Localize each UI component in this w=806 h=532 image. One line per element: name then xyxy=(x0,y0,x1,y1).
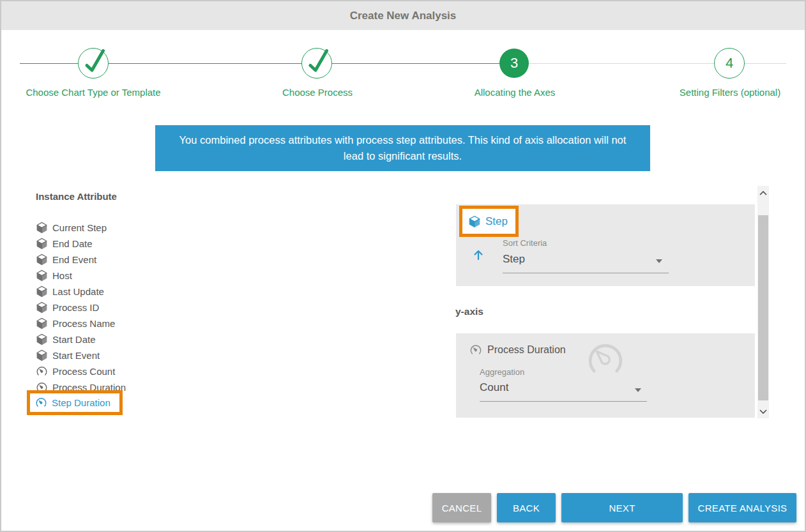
attribute-item-end-date[interactable]: End Date xyxy=(36,236,126,252)
cube-icon xyxy=(36,238,48,250)
y-axis-attribute-label: Process Duration xyxy=(487,344,566,356)
attribute-item-start-date[interactable]: Start Date xyxy=(36,331,126,347)
create-analysis-button[interactable]: CREATE ANALYSIS xyxy=(688,493,796,522)
y-axis-heading: y-axis xyxy=(455,306,483,317)
step-2-circle[interactable] xyxy=(301,48,332,79)
y-axis-attribute-chip[interactable]: Process Duration xyxy=(469,344,566,356)
gauge-icon xyxy=(469,344,482,356)
arrow-up-icon[interactable] xyxy=(471,248,485,262)
x-axis-attribute-label: Step xyxy=(485,215,508,228)
checkmark-icon xyxy=(302,49,333,79)
aggregation-underline xyxy=(480,401,647,402)
attribute-label: Process Count xyxy=(52,366,115,377)
x-axis-attribute-chip-highlighted[interactable]: Step xyxy=(459,206,519,237)
attribute-label: Start Date xyxy=(52,334,96,345)
attribute-label: End Event xyxy=(52,254,96,265)
checkmark-icon xyxy=(79,49,109,79)
cancel-button[interactable]: CANCEL xyxy=(432,493,491,522)
instance-attribute-heading: Instance Attribute xyxy=(36,191,117,202)
chevron-up-icon xyxy=(759,191,767,195)
cube-icon xyxy=(36,301,48,314)
attribute-label: Process ID xyxy=(52,302,99,313)
axes-panel-scrollbar[interactable] xyxy=(757,186,769,418)
cube-icon xyxy=(36,222,48,234)
attribute-item-process-count[interactable]: Process Count xyxy=(36,363,126,379)
step-3-number: 3 xyxy=(510,55,518,72)
chevron-down-icon xyxy=(759,409,767,414)
step-4-label: Setting Filters (optional) xyxy=(680,87,780,98)
step-3-circle[interactable]: 3 xyxy=(499,49,529,78)
cube-icon xyxy=(36,285,48,298)
gauge-icon xyxy=(35,397,47,409)
attribute-item-process-name[interactable]: Process Name xyxy=(36,315,126,331)
cube-icon xyxy=(468,215,481,228)
attribute-item-last-update[interactable]: Last Update xyxy=(36,284,126,300)
attribute-item-host[interactable]: Host xyxy=(36,268,126,284)
step-2-label: Choose Process xyxy=(282,87,353,98)
attribute-label: Current Step xyxy=(52,222,107,233)
attribute-list: Current Step End Date End Event Host Las… xyxy=(36,220,126,395)
step-4-circle[interactable]: 4 xyxy=(714,48,745,79)
step-1-label: Choose Chart Type or Template xyxy=(26,87,160,98)
sort-criteria-value[interactable]: Step xyxy=(503,253,525,266)
attribute-label: Last Update xyxy=(52,286,104,297)
sort-criteria-underline xyxy=(503,273,669,273)
attribute-label: Start Event xyxy=(52,350,100,361)
attribute-label: Step Duration xyxy=(52,397,110,408)
stepper-line-upcoming xyxy=(515,63,786,64)
scroll-up-button[interactable] xyxy=(757,187,769,199)
warning-banner: You combined process attributes with pro… xyxy=(155,125,650,171)
attribute-item-current-step[interactable]: Current Step xyxy=(36,220,126,236)
cube-icon xyxy=(36,333,48,346)
cube-icon xyxy=(36,317,48,330)
warning-banner-text: You combined process attributes with pro… xyxy=(174,132,631,164)
step-4-number: 4 xyxy=(726,55,733,72)
aggregation-value[interactable]: Count xyxy=(480,381,508,394)
create-analysis-dialog: Create New Analysis 3 4 Choose Chart Typ… xyxy=(0,0,806,532)
cube-icon xyxy=(36,254,48,266)
attribute-item-step-duration-highlighted[interactable]: Step Duration xyxy=(27,390,123,415)
cube-icon xyxy=(36,349,48,361)
step-3-label: Allocating the Axes xyxy=(475,87,556,98)
sort-criteria-label: Sort Criteria xyxy=(503,238,547,248)
attribute-label: End Date xyxy=(52,238,93,249)
step-1-circle[interactable] xyxy=(78,48,109,79)
scrollbar-thumb[interactable] xyxy=(758,215,768,400)
next-button[interactable]: NEXT xyxy=(561,493,683,522)
attribute-item-end-event[interactable]: End Event xyxy=(36,252,126,268)
cube-icon xyxy=(36,270,48,282)
scroll-down-button[interactable] xyxy=(757,406,769,417)
attribute-label: Host xyxy=(52,270,72,281)
dialog-titlebar: Create New Analysis xyxy=(1,1,805,30)
y-axis-card: Process Duration Aggregation Count xyxy=(456,333,755,418)
attribute-item-start-event[interactable]: Start Event xyxy=(36,347,126,363)
chevron-down-icon[interactable] xyxy=(656,259,662,263)
dialog-title: Create New Analysis xyxy=(350,10,457,22)
gauge-icon xyxy=(36,365,48,377)
chevron-down-icon[interactable] xyxy=(635,388,641,392)
attribute-item-process-id[interactable]: Process ID xyxy=(36,300,126,315)
aggregation-label: Aggregation xyxy=(480,367,524,377)
back-button[interactable]: BACK xyxy=(497,493,556,522)
gauge-icon xyxy=(582,340,628,379)
attribute-label: Process Name xyxy=(52,318,115,329)
x-axis-card: Step Sort Criteria Step xyxy=(456,204,755,286)
